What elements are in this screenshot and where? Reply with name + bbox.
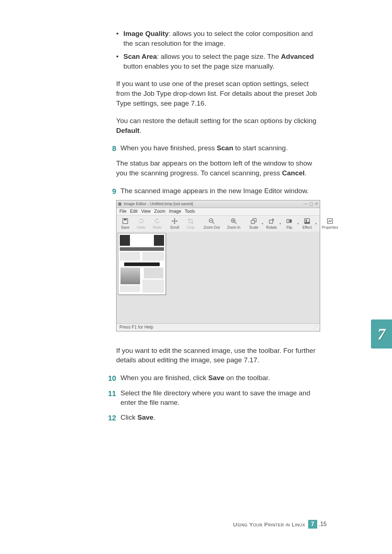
svg-rect-10 [269,220,273,223]
titlebar[interactable]: Image Editor - Untitled.bmp [not saved] … [117,200,320,208]
step-11: 11 Select the file directory where you w… [116,388,319,408]
redo-button[interactable]: Redo [149,218,165,230]
doc-graphic [124,262,160,266]
app-icon [118,202,122,206]
scale-label: Scale [249,225,258,230]
step-9: 9 The scanned image appears in the new I… [116,186,319,196]
step-number: 8 [102,143,121,154]
zoomin-label: Zoom In [227,225,241,230]
page-footer: Using Your Printer in Linux 7.15 [233,520,327,529]
bullet-desc-a: : allows you to select the page size. Th… [157,53,281,60]
menu-image[interactable]: Image [169,208,181,215]
s8pb: Cancel [282,169,305,177]
menu-tools[interactable]: Tools [185,208,195,215]
step-8-note: The status bar appears on the bottom lef… [116,159,319,178]
step-number: 12 [102,413,121,423]
rotate-icon [268,218,275,224]
crop-icon [187,218,194,224]
undo-icon [138,218,144,224]
properties-label: Properties [322,225,338,230]
step-8: 8 When you have finished, press Scan to … [116,143,319,154]
crop-button[interactable]: Crop [183,218,199,230]
step-text: When you have finished, press Scan to st… [121,143,319,154]
step-number: 11 [102,388,121,408]
menu-zoom[interactable]: Zoom [154,208,166,215]
flip-label: Flip [286,225,292,230]
svg-rect-11 [287,219,289,223]
close-button[interactable]: ✕ [315,201,318,207]
doc-graphic [120,235,130,246]
svg-rect-1 [124,219,127,220]
bullet-desc-c: button enables you to set the page size … [123,62,274,70]
dropdown-arrow-icon[interactable]: ▾ [315,221,317,226]
doc-text [120,252,140,261]
doc-text [120,286,140,292]
rotate-label: Rotate [266,225,277,230]
window-title: Image Editor - Untitled.bmp [not saved] [124,201,303,207]
svg-line-6 [234,222,236,224]
s12b: Save [137,414,153,421]
bullet-dot: • [116,29,123,48]
p2c: . [139,127,141,134]
resize-grip-icon[interactable]: ⋰ [313,324,317,330]
zoomout-button[interactable]: Zoom Out [200,218,223,230]
svg-point-14 [306,219,307,221]
s8b: Scan [217,144,233,152]
chapter-thumb-tab: 7 [371,319,392,349]
doc-graphic [121,268,140,284]
image-editor-window: Image Editor - Untitled.bmp [not saved] … [116,200,320,331]
doc-graphic [144,268,163,278]
s12c: . [154,414,155,421]
properties-button[interactable]: Properties [318,218,342,230]
save-button[interactable]: Save [117,218,133,230]
effect-button[interactable]: Effect [299,218,315,230]
bullet-desc-b: Advanced [281,53,314,60]
bullet-text: Scan Area: allows you to select the page… [123,52,319,71]
menu-view[interactable]: View [141,208,151,215]
effect-icon [304,218,310,224]
s10b: Save [208,374,224,382]
statusbar: Press F1 for Help ⋰ [117,323,320,331]
doc-graphic [120,247,164,251]
s10c: on the toolbar. [224,374,270,382]
p2b: Default [116,127,139,134]
s8a: When you have finished, press [121,144,217,152]
scale-button[interactable]: Scale [246,218,262,230]
bullet-dot: • [116,52,123,71]
doc-graphic [154,235,164,246]
paragraph-default: You can restore the default setting for … [116,116,319,135]
save-label: Save [121,225,130,230]
step-text: When you are finished, click Save on the… [121,373,319,383]
scanned-document[interactable] [118,233,166,295]
menu-file[interactable]: File [119,208,126,215]
minimize-button[interactable]: — [303,201,308,207]
undo-label: Undo [137,225,146,230]
bullet-label: Scan Area [123,53,157,60]
scroll-label: Scroll [170,225,179,230]
bullet-label: Image Quality [123,30,169,37]
step-9-note: If you want to edit the scanned image, u… [116,346,319,365]
bullet-text: Image Quality: allows you to select the … [123,29,319,48]
page: • Image Quality: allows you to select th… [0,0,392,554]
flip-button[interactable]: Flip [281,218,297,230]
step-number: 10 [102,373,121,383]
save-icon [122,218,128,224]
bullet-scan-area: • Scan Area: allows you to select the pa… [116,52,319,71]
effect-label: Effect [302,225,311,230]
p2a: You can restore the default setting for … [116,117,317,125]
step-text: Select the file directory where you want… [121,388,319,408]
zoomin-button[interactable]: Zoom In [223,218,244,230]
zoomout-icon [208,218,215,224]
menu-edit[interactable]: Edit [130,208,138,215]
maximize-button[interactable]: ▢ [309,201,313,207]
step-text: Click Save. [121,413,319,423]
s12a: Click [121,414,137,421]
bullet-image-quality: • Image Quality: allows you to select th… [116,29,319,48]
canvas-area[interactable] [117,232,320,324]
status-text: Press F1 for Help [119,324,153,330]
undo-button[interactable]: Undo [133,218,149,230]
scroll-button[interactable]: Scroll [167,218,183,230]
menubar: File Edit View Zoom Image Tools [117,208,320,216]
svg-rect-9 [251,220,254,223]
rotate-button[interactable]: Rotate [264,218,279,230]
